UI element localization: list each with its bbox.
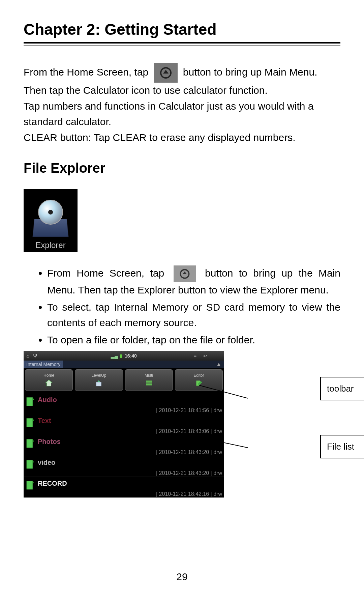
bullet-text: From Home Screen, tap [47, 267, 164, 279]
chapter-title: Chapter 2: Getting Started [24, 20, 340, 38]
svg-rect-8 [146, 382, 152, 383]
file-name: RECORD [38, 480, 67, 487]
svg-rect-5 [96, 382, 101, 386]
callout-filelist: File list [320, 435, 364, 458]
breadcrumb-row: Internal Memory ▲ [24, 361, 224, 368]
file-meta: | 2010-12-21 18:41:56 | drw [26, 407, 224, 414]
folder-icon [26, 397, 35, 408]
svg-marker-3 [182, 272, 187, 274]
svg-rect-12 [27, 397, 33, 406]
svg-marker-19 [33, 460, 34, 462]
folder-icon [26, 438, 35, 450]
file-meta: | 2010-12-21 18:43:20 | drw [26, 449, 224, 455]
menu-up-icon [174, 265, 196, 282]
svg-rect-16 [27, 439, 33, 448]
svg-marker-17 [33, 439, 34, 442]
status-bar: ⌂ Ψ ▂▄ ▮ 16:40 ≡ ↩ [24, 351, 224, 361]
callout-label: File list [327, 442, 354, 452]
explorer-app-icon: Explorer [24, 189, 78, 252]
svg-marker-6 [97, 380, 100, 382]
intro-text: Tap numbers and functions in Calculator … [24, 98, 340, 130]
list-icon [145, 379, 153, 388]
wifi-icon: ▂▄ [111, 353, 118, 359]
file-row[interactable]: Text | 2010-12-21 18:43:06 | drw [24, 414, 224, 435]
menu-up-icon [154, 63, 178, 83]
breadcrumb: Internal Memory [24, 361, 63, 368]
toolbar-label: Editor [193, 373, 204, 378]
callout-toolbar: toolbar [320, 377, 364, 400]
intro-text: CLEAR button: Tap CLEAR to erase any dis… [24, 130, 340, 146]
toolbar-label: Multi [145, 373, 153, 378]
intro-text: From the Home Screen, tap [24, 66, 148, 78]
toolbar-multi-button[interactable]: Multi [125, 369, 173, 391]
intro-text: Then tap the Calculator icon to use calc… [24, 85, 268, 96]
status-right: ≡ ↩ [194, 353, 224, 359]
back-icon: ↩ [203, 353, 207, 359]
file-meta: | 2010-12-21 18:43:20 | drw [26, 470, 224, 476]
svg-rect-14 [27, 418, 33, 427]
menu-icon: ≡ [194, 353, 196, 359]
toolbar-home-button[interactable]: Home [25, 369, 73, 391]
callout-label: toolbar [327, 384, 354, 394]
list-item: From Home Screen, tap button to bring up… [47, 265, 340, 298]
svg-marker-4 [46, 380, 52, 386]
toolbar-levelup-button[interactable]: LevelUp [75, 369, 123, 391]
explorer-toolbar: Home LevelUp Multi Editor [24, 368, 224, 393]
heading-rule [24, 42, 340, 46]
intro-text: button to bring up Main Menu. [183, 66, 317, 78]
status-time: 16:40 [125, 353, 137, 359]
intro-paragraph: From the Home Screen, tap button to brin… [24, 63, 340, 145]
svg-rect-20 [27, 481, 33, 489]
status-left: ⌂ Ψ [24, 353, 37, 359]
file-list: Audio | 2010-12-21 18:41:56 | drw Text |… [24, 393, 224, 498]
file-name: Photos [38, 438, 61, 446]
file-row[interactable]: video | 2010-12-21 18:43:20 | drw [24, 456, 224, 477]
svg-marker-15 [33, 418, 34, 421]
disc-icon [38, 200, 63, 225]
folder-icon [26, 480, 35, 492]
file-meta: | 2010-12-21 18:43:06 | drw [26, 428, 224, 434]
file-meta: | 2010-12-21 18:42:16 | drw [26, 491, 224, 497]
svg-rect-18 [27, 460, 33, 469]
svg-rect-7 [146, 380, 152, 381]
toolbar-editor-button[interactable]: Editor [175, 369, 223, 391]
home-icon [44, 379, 53, 388]
box-up-icon [94, 379, 103, 388]
folder-icon [26, 418, 35, 429]
file-name: Audio [38, 396, 57, 404]
file-row[interactable]: RECORD | 2010-12-21 18:42:16 | drw [24, 477, 224, 498]
status-center: ▂▄ ▮ 16:40 [111, 353, 137, 359]
toolbar-label: LevelUp [91, 373, 106, 378]
document-page: Chapter 2: Getting Started From the Home… [0, 0, 364, 596]
folder-icon [26, 459, 35, 471]
list-item: To open a file or folder, tap on the fil… [47, 332, 340, 348]
toolbar-label: Home [43, 373, 54, 378]
svg-marker-1 [163, 70, 169, 74]
scroll-up-icon: ▲ [216, 361, 221, 367]
list-item: To select, tap Internal Memory or SD car… [47, 300, 340, 331]
explorer-icon-label: Explorer [35, 240, 65, 250]
battery-icon: ▮ [120, 353, 123, 359]
home-icon: ⌂ [26, 353, 29, 359]
file-row[interactable]: Audio | 2010-12-21 18:41:56 | drw [24, 393, 224, 414]
instruction-list: From Home Screen, tap button to bring up… [24, 265, 340, 348]
file-row[interactable]: Photos | 2010-12-21 18:43:20 | drw [24, 435, 224, 456]
screenshot-container: ⌂ Ψ ▂▄ ▮ 16:40 ≡ ↩ Internal Memory ▲ [24, 351, 340, 498]
section-title: File Explorer [24, 161, 340, 176]
svg-marker-21 [33, 481, 34, 483]
svg-rect-9 [146, 384, 152, 385]
file-name: Text [38, 417, 51, 425]
file-name: video [38, 459, 55, 466]
usb-icon: Ψ [33, 353, 37, 359]
page-number: 29 [0, 571, 364, 583]
explorer-screenshot: ⌂ Ψ ▂▄ ▮ 16:40 ≡ ↩ Internal Memory ▲ [24, 351, 224, 498]
svg-marker-13 [33, 397, 34, 400]
